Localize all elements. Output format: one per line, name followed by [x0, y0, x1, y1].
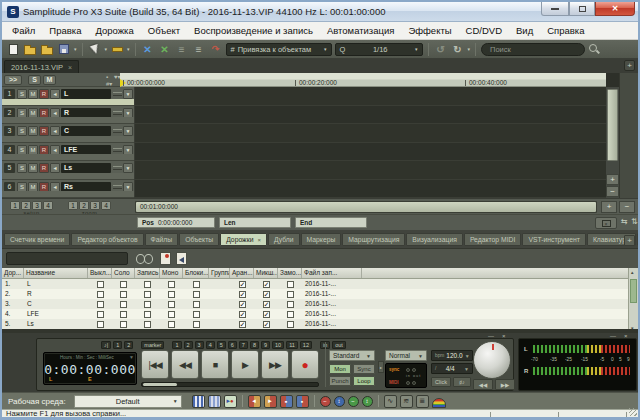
- punch-2-button[interactable]: 2: [124, 341, 133, 349]
- docker-tab-takes[interactable]: Дубли: [268, 233, 300, 246]
- object-list-icon[interactable]: ≣: [416, 395, 429, 408]
- menu-file[interactable]: Файл: [5, 22, 42, 39]
- frozen-checkbox[interactable]: [287, 321, 294, 328]
- menu-cddvd[interactable]: CD/DVD: [459, 22, 509, 39]
- menu-view[interactable]: Вид: [509, 22, 540, 39]
- updown-range-icon[interactable]: ⇅: [631, 217, 638, 226]
- col-solo[interactable]: Соло: [112, 268, 135, 278]
- record-button[interactable]: R: [39, 108, 49, 118]
- marker-8[interactable]: 8: [250, 341, 259, 349]
- col-arrange[interactable]: Аран...: [230, 268, 254, 278]
- marker-10[interactable]: 10: [272, 341, 284, 349]
- marker-3[interactable]: 3: [195, 341, 204, 349]
- mute-button[interactable]: M: [28, 89, 38, 99]
- mono-checkbox[interactable]: [168, 291, 175, 298]
- mono-checkbox[interactable]: [168, 301, 175, 308]
- arrange-checkbox[interactable]: [239, 321, 246, 328]
- volume-slider[interactable]: [113, 148, 122, 152]
- mixer-checkbox[interactable]: [263, 281, 270, 288]
- save-icon[interactable]: [57, 42, 71, 56]
- horizontal-scrollbar[interactable]: 00:01:00:000: [135, 201, 597, 213]
- play-mode-dropdown[interactable]: Standard▼: [329, 350, 375, 361]
- track-header-5[interactable]: 5 S M R ◂ Ls ▼: [2, 161, 134, 180]
- marker-4[interactable]: 4: [206, 341, 215, 349]
- frozen-checkbox[interactable]: [287, 311, 294, 318]
- col-off[interactable]: Выкл...: [88, 268, 112, 278]
- track-dropdown-icon[interactable]: ▼: [123, 89, 133, 99]
- frozen-checkbox[interactable]: [287, 281, 294, 288]
- punch-mode-button[interactable]: ♪|: [101, 341, 111, 349]
- menu-effects[interactable]: Эффекты: [401, 22, 458, 39]
- close-button[interactable]: ✕: [595, 2, 635, 16]
- len-field[interactable]: Len: [219, 217, 291, 228]
- mute-button[interactable]: M: [28, 182, 38, 192]
- horizontal-scrollbar-thumb[interactable]: 00:01:00:000: [136, 202, 596, 212]
- menu-edit[interactable]: Правка: [42, 22, 88, 39]
- project-folder-icon[interactable]: [40, 42, 54, 56]
- record-checkbox[interactable]: [144, 301, 151, 308]
- redo-dropdown-icon[interactable]: ▾: [468, 46, 471, 52]
- track-header-2[interactable]: 2 S M R ◂ R ▼: [2, 106, 134, 125]
- solo-checkbox[interactable]: [120, 301, 127, 308]
- midi-mixer-icon[interactable]: [208, 395, 221, 408]
- lock-checkbox[interactable]: [193, 281, 200, 288]
- record-button[interactable]: R: [39, 145, 49, 155]
- mixer-checkbox[interactable]: [263, 321, 270, 328]
- lock-checkbox[interactable]: [193, 311, 200, 318]
- record-button[interactable]: R: [39, 182, 49, 192]
- frozen-checkbox[interactable]: [287, 291, 294, 298]
- export-list-icon[interactable]: [160, 252, 171, 265]
- object-mode-icon[interactable]: [110, 42, 124, 56]
- solo-button[interactable]: S: [17, 108, 27, 118]
- volume-slider[interactable]: [113, 111, 122, 115]
- mono-checkbox[interactable]: [168, 311, 175, 318]
- mixer-icon[interactable]: [192, 395, 205, 408]
- track-dropdown-icon[interactable]: ▼: [123, 145, 133, 155]
- scrub-slider-thumb[interactable]: [143, 383, 177, 386]
- timeline-ruler[interactable]: 00:00:00:000 00:00:20:000 00:00:40:000: [120, 73, 606, 87]
- off-checkbox[interactable]: [97, 321, 104, 328]
- fade-icon[interactable]: ≡: [175, 42, 189, 56]
- object-mode-dropdown-icon[interactable]: ▾: [127, 46, 130, 52]
- docker-tab-tracks[interactable]: Дорожки×: [220, 233, 267, 246]
- setup-button-3[interactable]: 3: [32, 201, 42, 210]
- monitor-volume-knob[interactable]: [473, 341, 511, 379]
- rewind-button[interactable]: ◀◀: [171, 350, 199, 379]
- object-align-icon[interactable]: ≡: [192, 42, 206, 56]
- time-display[interactable]: Hours : Min : Sec : MilliSec 0:00:00:000…: [43, 352, 137, 385]
- add-tab-button[interactable]: +: [624, 60, 635, 71]
- marker-button[interactable]: marker: [141, 341, 164, 349]
- docker-tab-time[interactable]: Счетчик времени: [4, 233, 70, 246]
- tempo-mode-dropdown[interactable]: Normal▼: [385, 350, 427, 361]
- docker-add-tab-button[interactable]: +: [624, 235, 635, 246]
- quantize-dropdown[interactable]: Q 1/16 ▾: [335, 43, 423, 56]
- track-name[interactable]: C: [61, 126, 111, 136]
- lock-checkbox[interactable]: [193, 291, 200, 298]
- swap-range-icon[interactable]: ⇆: [621, 217, 628, 226]
- zoom-button-2[interactable]: 2: [79, 201, 89, 210]
- scrub-slider[interactable]: [141, 382, 319, 387]
- record-button[interactable]: ●: [291, 350, 319, 379]
- col-name[interactable]: Название: [24, 268, 88, 278]
- rewind-start-button[interactable]: |◀◀: [141, 350, 169, 379]
- menu-help[interactable]: Справка: [540, 22, 591, 39]
- monitor-button[interactable]: ◂: [50, 108, 60, 118]
- docker-tab-object-editor[interactable]: Редактор объектов: [71, 233, 143, 246]
- end-field[interactable]: End: [295, 217, 367, 228]
- marker-2[interactable]: 2: [184, 341, 193, 349]
- stop-button[interactable]: ■: [201, 350, 229, 379]
- arrange-checkbox[interactable]: [239, 301, 246, 308]
- lock-icon[interactable]: ▪: [106, 74, 108, 80]
- track-name[interactable]: Ls: [61, 163, 111, 173]
- manager-search-input[interactable]: [6, 252, 128, 265]
- mono-checkbox[interactable]: [168, 321, 175, 328]
- solo-checkbox[interactable]: [120, 321, 127, 328]
- search-input[interactable]: Поиск: [481, 43, 585, 56]
- off-checkbox[interactable]: [97, 291, 104, 298]
- track-header-6[interactable]: 6 S M R ◂ Rs ▼: [2, 180, 134, 199]
- mixer-checkbox[interactable]: [263, 301, 270, 308]
- setup-button-2[interactable]: 2: [21, 201, 31, 210]
- new-project-icon[interactable]: [6, 42, 20, 56]
- track-dropdown-icon[interactable]: ▼: [123, 126, 133, 136]
- docker-tab-markers[interactable]: Маркеры: [301, 233, 342, 246]
